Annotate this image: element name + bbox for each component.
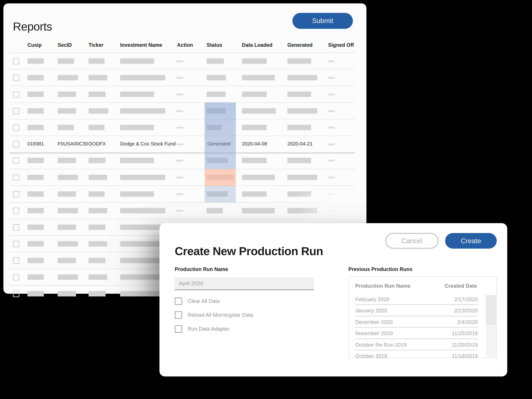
run-name: February 2020: [355, 296, 389, 302]
secid-placeholder: [58, 258, 76, 263]
row-checkbox[interactable]: [13, 207, 19, 214]
signed-off-dash: [328, 94, 335, 95]
cusip-placeholder: [27, 92, 44, 97]
cusip-placeholder: [27, 108, 44, 114]
action-dash: [176, 160, 183, 162]
ticker-placeholder: [89, 224, 106, 230]
investment-name-placeholder: [120, 108, 165, 114]
row-checkbox[interactable]: [13, 274, 19, 281]
signed-off-dash: [328, 160, 335, 162]
row-checkbox[interactable]: [13, 224, 19, 231]
ticker-placeholder: [89, 291, 106, 297]
row-checkbox[interactable]: [13, 291, 19, 297]
table-row: [10, 86, 355, 103]
cancel-button[interactable]: Cancel: [385, 233, 438, 249]
column-header-secid: SecID: [58, 39, 72, 51]
run-created-date: 11/25/2019: [452, 328, 478, 339]
row-checkbox[interactable]: [13, 191, 19, 197]
previous-runs-col-name: Production Run Name: [355, 280, 410, 292]
checkbox-label: Run Data Adapter: [188, 325, 229, 333]
status-cell: Generated: [207, 136, 231, 152]
action-dash: [176, 110, 183, 112]
previous-run-row[interactable]: October Re-Run 201911/20/2019: [355, 339, 478, 350]
secid-placeholder: [58, 191, 76, 197]
status-placeholder: [207, 58, 224, 64]
investment-name-placeholder: [120, 241, 165, 247]
secid-placeholder: [58, 274, 78, 280]
run-name: October 2019: [355, 353, 387, 359]
run-name: October Re-Run 2019: [355, 342, 407, 348]
checkbox[interactable]: [175, 298, 182, 305]
investment-name-placeholder: [120, 291, 161, 297]
scrollbar-thumb[interactable]: [486, 295, 496, 325]
data-loaded-placeholder: [242, 108, 276, 114]
ticker-placeholder: [89, 241, 107, 247]
previous-run-row[interactable]: October 201911/19/2019: [355, 350, 478, 362]
row-checkbox[interactable]: [13, 174, 19, 181]
ticker-placeholder: [89, 258, 106, 263]
row-checkbox[interactable]: [13, 75, 19, 81]
secid-placeholder: [58, 125, 74, 130]
production-run-name-input[interactable]: [175, 277, 314, 290]
run-created-date: 11/20/2019: [452, 339, 478, 350]
cusip-placeholder: [27, 291, 44, 297]
action-dash: [176, 193, 183, 195]
row-checkbox[interactable]: [13, 157, 19, 164]
generated-placeholder: [287, 108, 317, 114]
signed-off-dash: [328, 177, 335, 178]
cusip-placeholder: [27, 75, 44, 81]
column-header-ticker: Ticker: [89, 39, 103, 51]
signed-off-dash: [328, 193, 335, 195]
data-loaded-placeholder: [242, 158, 266, 163]
row-checkbox[interactable]: [13, 58, 19, 64]
cusip-cell: 019381: [27, 136, 44, 152]
checkbox[interactable]: [175, 312, 182, 319]
ticker-placeholder: [89, 108, 108, 114]
previous-run-row[interactable]: January 20202/13/2020: [355, 305, 478, 316]
previous-runs-table: Production Run Name Created Date Februar…: [348, 276, 497, 358]
previous-run-row[interactable]: November 202011/25/2019: [355, 328, 478, 339]
scrollbar[interactable]: [486, 277, 496, 357]
investment-name-cell: Dodge & Cox Stock Fund: [120, 136, 176, 152]
action-dash: [176, 77, 183, 79]
generated-placeholder: [287, 75, 317, 81]
submit-button[interactable]: Submit: [292, 13, 353, 29]
create-button[interactable]: Create: [445, 233, 497, 249]
row-checkbox[interactable]: [13, 241, 19, 247]
data-loaded-placeholder: [242, 125, 266, 130]
table-row: [10, 152, 355, 169]
column-header-status: Status: [207, 39, 222, 51]
status-placeholder: [207, 175, 234, 180]
production-run-name-label: Production Run Name: [175, 266, 228, 272]
run-created-date: 2/17/2020: [454, 293, 478, 305]
investment-name-placeholder: [120, 208, 165, 213]
row-checkbox[interactable]: [13, 91, 19, 98]
row-checkbox[interactable]: [13, 108, 19, 114]
table-row: [10, 186, 355, 202]
generated-placeholder: [287, 58, 311, 64]
previous-run-row[interactable]: December 20202/4/2020: [355, 316, 478, 328]
generated-placeholder: [287, 92, 311, 97]
ticker-placeholder: [89, 58, 105, 64]
row-checkbox[interactable]: [13, 141, 19, 148]
row-checkbox[interactable]: [13, 257, 19, 264]
secid-placeholder: [58, 158, 76, 163]
ticker-placeholder: [89, 175, 107, 180]
secid-placeholder: [58, 75, 78, 81]
cusip-placeholder: [27, 58, 44, 64]
ticker-cell: DODFX: [89, 136, 106, 152]
action-dash: [176, 177, 183, 178]
table-row-selected: 019381F0USA00C30DODFXDodge & Cox Stock F…: [10, 136, 355, 153]
action-dash: [176, 127, 183, 129]
cusip-placeholder: [27, 224, 44, 230]
previous-run-row[interactable]: February 20202/17/2020: [355, 293, 478, 305]
ticker-placeholder: [89, 274, 107, 280]
run-created-date: 11/19/2019: [452, 350, 478, 362]
investment-name-placeholder: [120, 125, 154, 130]
data-loaded-placeholder: [242, 208, 275, 213]
checkbox[interactable]: [175, 325, 182, 333]
generated-placeholder: [287, 158, 311, 163]
generated-placeholder: [287, 208, 317, 213]
signed-off-dash: [328, 210, 335, 212]
row-checkbox[interactable]: [13, 125, 19, 131]
